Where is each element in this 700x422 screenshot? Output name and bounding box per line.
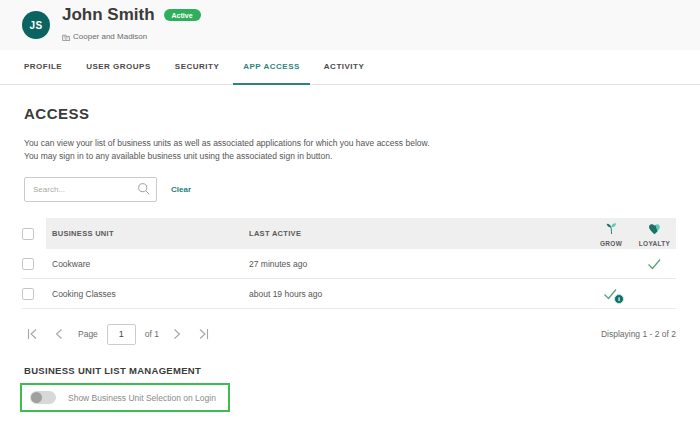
last-page-button[interactable] xyxy=(195,326,211,342)
loyalty-access-cell xyxy=(632,257,676,271)
column-grow-label: GROW xyxy=(600,240,622,247)
tab-activity[interactable]: ACTIVITY xyxy=(314,50,374,84)
search-row: Clear xyxy=(24,177,676,202)
column-loyalty: LOYALTY xyxy=(633,218,676,249)
management-section-title: BUSINESS UNIT LIST MANAGEMENT xyxy=(24,365,676,376)
toggle-knob xyxy=(31,392,42,403)
tab-security[interactable]: SECURITY xyxy=(165,50,229,84)
access-description: You can view your list of business units… xyxy=(24,137,676,163)
page-title: ACCESS xyxy=(24,105,676,122)
column-last-active: LAST ACTIVE xyxy=(249,229,589,238)
row-checkbox-cell xyxy=(22,249,46,278)
next-page-button[interactable] xyxy=(168,326,184,342)
profile-header: JS John Smith Active Cooper and Madison xyxy=(0,0,700,50)
tab-user-groups[interactable]: USER GROUPS xyxy=(76,50,161,84)
table-header-band: BUSINESS UNIT LAST ACTIVE GROW LOYALTY xyxy=(46,218,676,249)
table-body: Cookware27 minutes agoCooking Classesabo… xyxy=(22,249,676,309)
tab-profile[interactable]: PROFILE xyxy=(14,50,72,84)
grow-sprout-icon xyxy=(605,221,618,239)
loyalty-access-check-icon xyxy=(646,257,662,271)
table-row: Cookware27 minutes ago xyxy=(22,249,676,279)
first-page-button[interactable] xyxy=(24,326,40,342)
info-icon[interactable]: i xyxy=(614,294,624,304)
status-badge: Active xyxy=(164,9,201,21)
show-bu-selection-toggle[interactable] xyxy=(30,391,56,404)
select-all-checkbox[interactable] xyxy=(22,228,34,240)
clear-button[interactable]: Clear xyxy=(171,185,191,194)
page-of-label: of 1 xyxy=(145,329,159,339)
page-label: Page xyxy=(78,329,98,339)
loyalty-heart-icon xyxy=(648,221,661,239)
row-checkbox[interactable] xyxy=(22,288,34,300)
table-header: BUSINESS UNIT LAST ACTIVE GROW LOYALTY xyxy=(22,218,676,249)
company-name: Cooper and Madison xyxy=(73,32,147,41)
prev-page-button[interactable] xyxy=(51,326,67,342)
company-icon xyxy=(62,27,73,45)
column-business-unit: BUSINESS UNIT xyxy=(46,229,249,238)
select-all-cell xyxy=(22,218,46,249)
row-checkbox[interactable] xyxy=(22,258,34,270)
business-units-table: BUSINESS UNIT LAST ACTIVE GROW LOYALTY C… xyxy=(22,218,676,309)
description-line-1: You can view your list of business units… xyxy=(24,138,430,148)
toggle-highlight-box: Show Business Unit Selection on Login xyxy=(20,383,230,412)
displaying-count: Displaying 1 - 2 of 2 xyxy=(601,329,676,339)
table-row: Cooking Classesabout 19 hours agoi xyxy=(22,279,676,309)
row-checkbox-cell xyxy=(22,279,46,308)
main-content: ACCESS You can view your list of busines… xyxy=(0,105,700,412)
tabs: PROFILEUSER GROUPSSECURITYAPP ACCESSACTI… xyxy=(0,50,700,85)
search-icon[interactable] xyxy=(137,182,151,200)
column-loyalty-label: LOYALTY xyxy=(639,240,670,247)
description-line-2: You may sign in to any available busines… xyxy=(24,151,332,161)
toggle-label: Show Business Unit Selection on Login xyxy=(68,393,216,403)
user-name: John Smith xyxy=(62,5,155,25)
avatar: JS xyxy=(22,11,50,39)
tab-app-access[interactable]: APP ACCESS xyxy=(233,50,310,84)
pagination: Page of 1 Displaying 1 - 2 of 2 xyxy=(24,319,676,349)
grow-access-check-icon: i xyxy=(602,287,618,301)
page-number-input[interactable] xyxy=(107,324,136,345)
search-box xyxy=(24,177,157,202)
last-active-cell: 27 minutes ago xyxy=(249,259,588,269)
business-unit-cell: Cooking Classes xyxy=(46,289,249,299)
column-grow: GROW xyxy=(589,218,633,249)
grow-access-cell: i xyxy=(588,287,632,301)
business-unit-cell: Cookware xyxy=(46,259,249,269)
last-active-cell: about 19 hours ago xyxy=(249,289,588,299)
